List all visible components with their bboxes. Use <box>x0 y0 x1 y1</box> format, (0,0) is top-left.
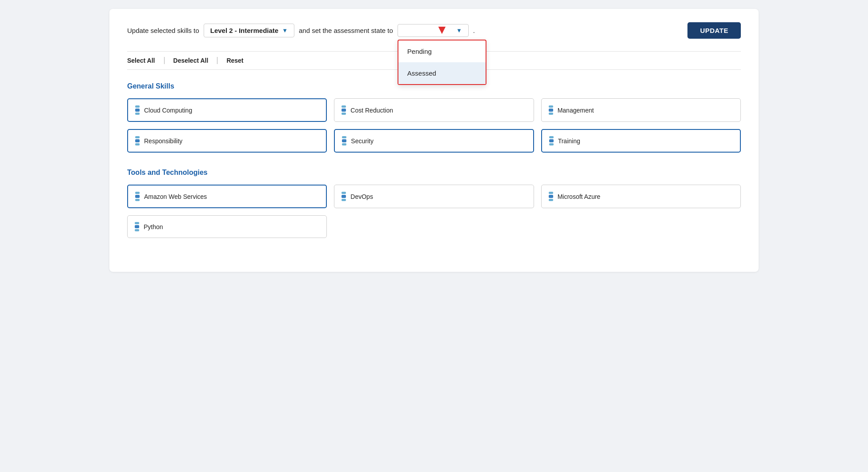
skill-card[interactable]: Responsibility <box>127 129 327 153</box>
top-bar: Update selected skills to Level 2 - Inte… <box>127 22 741 39</box>
skill-label: Training <box>558 137 580 145</box>
divider-2 <box>217 57 217 64</box>
and-label: and set the assessment state to <box>299 27 393 34</box>
skill-level-icon <box>549 105 553 115</box>
sections-container: General SkillsCloud ComputingCost Reduct… <box>127 82 741 238</box>
skill-card[interactable]: Cost Reduction <box>334 98 534 122</box>
skill-grid-general-skills: Cloud ComputingCost ReductionManagementR… <box>127 98 741 153</box>
state-dropdown-wrapper: ▼ ▼ Pending Assessed <box>398 24 469 37</box>
skill-card[interactable]: DevOps <box>334 185 534 208</box>
reset-button[interactable]: Reset <box>226 57 252 64</box>
skill-card[interactable]: Python <box>127 215 327 238</box>
chevron-down-icon: ▼ <box>456 27 462 34</box>
skill-label: DevOps <box>350 193 373 200</box>
dropdown-option-pending[interactable]: Pending <box>398 40 486 62</box>
skill-level-icon <box>135 222 139 231</box>
skill-label: Amazon Web Services <box>144 193 207 200</box>
section-general-skills: General SkillsCloud ComputingCost Reduct… <box>127 82 741 153</box>
chevron-down-icon: ▼ <box>282 27 288 34</box>
skill-level-icon <box>135 136 140 145</box>
skill-level-icon <box>342 105 346 115</box>
main-container: Update selected skills to Level 2 - Inte… <box>109 9 759 272</box>
select-all-button[interactable]: Select All <box>127 57 164 64</box>
skill-label: Microsoft Azure <box>558 193 600 200</box>
level-value: Level 2 - Intermediate <box>210 27 278 34</box>
skill-level-icon <box>549 136 554 145</box>
skill-card[interactable]: Cloud Computing <box>127 98 327 122</box>
skill-level-icon <box>342 192 346 201</box>
skill-label: Python <box>144 223 163 230</box>
section-title-tools-technologies: Tools and Technologies <box>127 169 741 177</box>
assessment-state-dropdown-popup: ▼ Pending Assessed <box>398 40 486 85</box>
skill-label: Responsibility <box>144 137 182 145</box>
skill-label: Management <box>558 107 594 114</box>
section-tools-technologies: Tools and TechnologiesAmazon Web Service… <box>127 169 741 238</box>
skill-card[interactable]: Security <box>334 129 534 153</box>
state-dropdown[interactable]: ▼ <box>398 24 469 37</box>
skill-label: Security <box>351 137 374 145</box>
skill-grid-tools-technologies: Amazon Web ServicesDevOpsMicrosoft Azure… <box>127 185 741 238</box>
skill-label: Cost Reduction <box>350 107 393 114</box>
skill-level-icon <box>135 192 140 201</box>
deselect-all-button[interactable]: Deselect All <box>173 57 217 64</box>
skill-level-icon <box>342 136 346 145</box>
level-dropdown[interactable]: Level 2 - Intermediate ▼ <box>204 24 294 37</box>
prefix-label: Update selected skills to <box>127 27 199 34</box>
skill-card[interactable]: Amazon Web Services <box>127 185 327 208</box>
skill-level-icon <box>135 105 140 115</box>
red-arrow-indicator: ▼ <box>436 24 448 36</box>
skill-card[interactable]: Microsoft Azure <box>541 185 741 208</box>
skill-label: Cloud Computing <box>144 107 192 114</box>
skill-level-icon <box>549 192 553 201</box>
period-dot: . <box>473 27 475 34</box>
update-button[interactable]: UPDATE <box>687 22 741 39</box>
dropdown-option-assessed[interactable]: Assessed <box>398 62 486 84</box>
skill-card[interactable]: Training <box>541 129 741 153</box>
divider-1 <box>164 57 165 64</box>
skill-card[interactable]: Management <box>541 98 741 122</box>
